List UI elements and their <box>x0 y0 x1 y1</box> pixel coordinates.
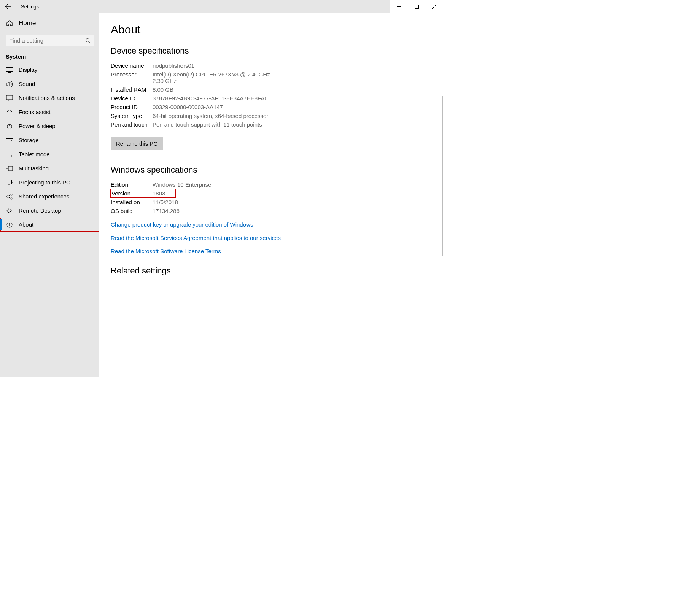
spec-key: Installed RAM <box>111 86 153 93</box>
page-title: About <box>111 23 435 36</box>
sound-icon <box>6 81 13 87</box>
spec-value: 00329-00000-00003-AA147 <box>153 104 435 110</box>
svg-rect-0 <box>415 5 418 8</box>
sidebar-item-label: Power & sleep <box>19 123 56 129</box>
spec-value: 37878F92-4B9C-4977-AF11-8E34A7EE8FA6 <box>153 95 435 102</box>
svg-point-13 <box>11 198 12 199</box>
sidebar-item-label: Storage <box>19 137 39 143</box>
svg-point-1 <box>86 38 89 42</box>
maximize-button[interactable] <box>408 0 425 13</box>
spec-key: Device ID <box>111 95 153 102</box>
device-spec-table: Device namenodpublishers01 ProcessorInte… <box>111 61 435 129</box>
titlebar: Settings <box>0 0 443 13</box>
svg-rect-2 <box>6 67 13 71</box>
display-icon <box>6 67 13 73</box>
license-terms-link[interactable]: Read the Microsoft Software License Term… <box>111 246 435 257</box>
sidebar-item-storage[interactable]: Storage <box>0 133 99 147</box>
spec-key: OS build <box>111 208 153 214</box>
window-title: Settings <box>16 4 39 10</box>
maximize-icon <box>415 5 419 9</box>
sidebar-item-projecting[interactable]: Projecting to this PC <box>0 175 99 189</box>
nav-list: Display Sound Notifications & actions Fo… <box>0 63 99 232</box>
sidebar-item-label: Projecting to this PC <box>19 179 70 186</box>
related-settings-heading: Related settings <box>111 266 435 276</box>
storage-icon <box>6 138 13 142</box>
sidebar-item-notifications[interactable]: Notifications & actions <box>0 91 99 105</box>
spec-value: 8.00 GB <box>153 86 435 93</box>
notifications-icon <box>6 95 13 101</box>
sidebar-item-multitasking[interactable]: Multitasking <box>0 161 99 175</box>
svg-rect-9 <box>8 166 13 171</box>
sidebar-item-label: Display <box>19 67 37 73</box>
back-arrow-icon <box>5 3 11 10</box>
spec-key: Device name <box>111 62 153 69</box>
windows-spec-heading: Windows specifications <box>111 165 435 175</box>
remote-desktop-icon <box>6 208 13 213</box>
power-icon <box>6 123 13 129</box>
search-input[interactable] <box>9 37 85 44</box>
svg-point-11 <box>6 196 8 197</box>
minimize-button[interactable] <box>390 0 408 13</box>
svg-point-12 <box>11 194 12 195</box>
sidebar-item-power-sleep[interactable]: Power & sleep <box>0 119 99 133</box>
sidebar-item-label: Sound <box>19 81 35 87</box>
svg-rect-3 <box>6 95 13 100</box>
spec-value: nodpublishers01 <box>153 62 435 69</box>
sidebar-item-about[interactable]: About <box>0 218 99 232</box>
close-icon <box>432 5 436 9</box>
spec-key: Processor <box>111 71 153 78</box>
window-controls <box>390 0 443 13</box>
windows-spec-table: EditionWindows 10 Enterprise Version1803… <box>111 180 435 215</box>
change-product-key-link[interactable]: Change product key or upgrade your editi… <box>111 219 435 230</box>
search-box[interactable] <box>6 35 94 46</box>
svg-point-8 <box>11 155 12 156</box>
spec-key: Version <box>111 190 153 197</box>
spec-key: Pen and touch <box>111 121 153 128</box>
scrollbar[interactable] <box>442 96 443 256</box>
spec-key: Product ID <box>111 104 153 110</box>
shared-icon <box>6 194 13 200</box>
spec-key: Installed on <box>111 199 153 205</box>
minimize-icon <box>397 5 401 9</box>
spec-value: 17134.286 <box>153 208 435 214</box>
version-row-highlighted: Version1803 <box>111 189 175 198</box>
spec-key: Edition <box>111 181 153 188</box>
sidebar-item-label: Multitasking <box>19 165 49 171</box>
spec-value: 64-bit operating system, x64-based proce… <box>153 113 435 119</box>
windows-links: Change product key or upgrade your editi… <box>111 219 435 257</box>
home-icon <box>6 20 13 27</box>
sidebar-item-tablet-mode[interactable]: Tablet mode <box>0 147 99 161</box>
projecting-icon <box>6 180 13 185</box>
info-icon <box>6 222 13 228</box>
sidebar-item-sound[interactable]: Sound <box>0 77 99 91</box>
spec-value: 1803 <box>153 190 175 197</box>
spec-value: Pen and touch support with 11 touch poin… <box>153 121 435 128</box>
sidebar-item-focus-assist[interactable]: Focus assist <box>0 105 99 119</box>
svg-rect-10 <box>6 180 12 184</box>
home-label: Home <box>19 19 36 27</box>
focus-assist-icon <box>6 109 13 115</box>
content-pane: About Device specifications Device namen… <box>99 13 443 377</box>
services-agreement-link[interactable]: Read the Microsoft Services Agreement th… <box>111 232 435 243</box>
category-label: System <box>0 51 99 63</box>
close-button[interactable] <box>425 0 443 13</box>
sidebar-item-label: Remote Desktop <box>19 207 61 214</box>
sidebar-item-display[interactable]: Display <box>0 63 99 77</box>
sidebar-item-label: About <box>19 221 33 228</box>
device-spec-heading: Device specifications <box>111 46 435 56</box>
home-nav[interactable]: Home <box>0 16 99 31</box>
sidebar-item-label: Notifications & actions <box>19 95 75 101</box>
multitasking-icon <box>6 166 13 171</box>
sidebar: Home System Display Sound <box>0 13 99 377</box>
spec-key: System type <box>111 113 153 119</box>
spec-value: Windows 10 Enterprise <box>153 181 435 188</box>
sidebar-item-label: Tablet mode <box>19 151 50 157</box>
search-icon <box>85 38 91 43</box>
back-button[interactable] <box>0 0 16 13</box>
tablet-icon <box>6 152 13 157</box>
rename-pc-button[interactable]: Rename this PC <box>111 137 163 150</box>
sidebar-item-shared-experiences[interactable]: Shared experiences <box>0 189 99 203</box>
sidebar-item-remote-desktop[interactable]: Remote Desktop <box>0 203 99 218</box>
spec-value: 11/5/2018 <box>153 199 435 205</box>
svg-point-6 <box>11 140 12 141</box>
